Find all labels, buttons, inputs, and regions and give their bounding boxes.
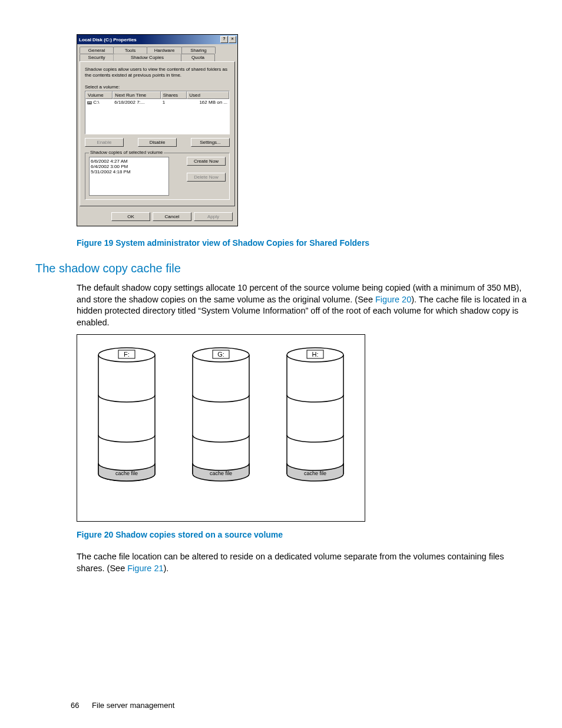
properties-dialog: Local Disk (C:) Properties ? × General T… (77, 34, 238, 226)
paragraph-1: The default shadow copy settings allocat… (77, 282, 527, 328)
footer-section: File server management (92, 701, 174, 710)
table-row[interactable]: 🖴 C:\ 6/18/2002 7:... 1 162 MB on ... (85, 99, 229, 106)
tab-hardware[interactable]: Hardware (147, 47, 182, 54)
paragraph-2: The cache file location can be altered t… (77, 551, 527, 574)
settings-button[interactable]: Settings... (191, 138, 230, 147)
cyl-label: H: (312, 351, 319, 358)
close-button[interactable]: × (229, 36, 236, 43)
cell-nextrun: 6/18/2002 7:... (113, 99, 160, 106)
cache-label: cache file (304, 470, 326, 476)
enable-button[interactable]: Enable (85, 138, 124, 147)
cell-used: 162 MB on ... (187, 99, 229, 106)
description-text: Shadow copies allow users to view the co… (85, 67, 230, 78)
cyl-label: G: (217, 351, 224, 358)
page-number: 66 (71, 701, 79, 710)
diagram-figure-20: F: cache file G: cache file H: (77, 334, 365, 522)
cancel-button[interactable]: Cancel (153, 212, 191, 221)
help-button[interactable]: ? (220, 36, 228, 43)
list-item[interactable]: 6/4/2002 3:00 PM (91, 164, 167, 169)
drive-icon: 🖴 (87, 100, 92, 105)
tab-general[interactable]: General (80, 47, 114, 54)
delete-now-button[interactable]: Delete Now (187, 173, 226, 182)
dialog-title: Local Disk (C:) Properties (79, 37, 137, 42)
cyl-label: F: (124, 351, 130, 358)
cylinder-f: F: cache file (91, 345, 162, 493)
cylinder-h: H: cache file (280, 345, 351, 493)
cell-shares: 1 (161, 99, 187, 106)
cache-label: cache file (210, 470, 232, 476)
dialog-titlebar: Local Disk (C:) Properties ? × (77, 35, 237, 44)
group-label: Shadow copies of selected volume (89, 150, 164, 155)
col-volume[interactable]: Volume (85, 91, 113, 99)
section-heading: The shadow copy cache file (35, 262, 527, 275)
col-used[interactable]: Used (187, 91, 229, 99)
list-item[interactable]: 5/31/2002 4:18 PM (91, 169, 167, 174)
shadow-copy-list[interactable]: 6/6/2002 4:27 AM 6/4/2002 3:00 PM 5/31/2… (89, 157, 169, 196)
ok-button[interactable]: OK (111, 212, 150, 221)
volume-table[interactable]: Volume Next Run Time Shares Used 🖴 C:\ 6… (85, 91, 230, 134)
create-now-button[interactable]: Create Now (187, 157, 226, 166)
cylinder-g: G: cache file (186, 345, 256, 493)
list-item[interactable]: 6/6/2002 4:27 AM (91, 159, 167, 164)
tab-security[interactable]: Security (80, 54, 114, 61)
figure-20-link[interactable]: Figure 20 (375, 295, 411, 304)
tab-shadow-copies[interactable]: Shadow Copies (113, 54, 181, 61)
apply-button[interactable]: Apply (194, 212, 233, 221)
cache-label: cache file (115, 470, 138, 476)
figure-20-caption: Figure 20 Shadow copies stored on a sour… (77, 530, 527, 539)
tab-tools[interactable]: Tools (113, 47, 147, 54)
disable-button[interactable]: Disable (138, 138, 177, 147)
figure-21-link[interactable]: Figure 21 (127, 564, 163, 573)
col-shares[interactable]: Shares (161, 91, 187, 99)
shadow-copies-group: Shadow copies of selected volume 6/6/200… (85, 153, 230, 200)
page-footer: 66 File server management (71, 701, 174, 710)
cell-volume: C:\ (93, 100, 99, 105)
figure-19-caption: Figure 19 System administrator view of S… (77, 238, 527, 248)
tab-quota[interactable]: Quota (181, 54, 215, 61)
tab-content: Shadow copies allow users to view the co… (80, 61, 235, 206)
select-volume-label: Select a volume: (85, 84, 230, 90)
tab-sharing[interactable]: Sharing (181, 47, 216, 54)
col-nextrun[interactable]: Next Run Time (113, 91, 160, 99)
